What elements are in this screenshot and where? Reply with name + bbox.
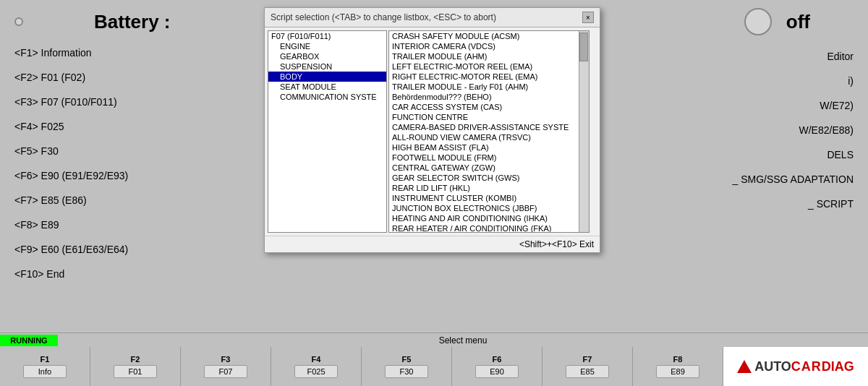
right-list-item[interactable]: TRAILER MODULE (AHM)	[389, 51, 579, 61]
fkey-button[interactable]: E90	[475, 365, 519, 378]
menu-item[interactable]: <F9> E60 (E61/E63/E64)	[14, 244, 246, 255]
right-list-item[interactable]: REAR HEATER / AIR CONDITIONING (FKA)	[389, 223, 579, 233]
right-list-item[interactable]: INSTRUMENT CLUSTER (KOMBI)	[389, 193, 579, 203]
fkey-label: F8	[673, 355, 683, 364]
fkey-bar: F1 Info F2 F01 F3 F07 F4 F025 F5 F30 F6 …	[0, 347, 723, 386]
off-label: off	[786, 11, 810, 33]
modal-titlebar: Script selection (<TAB> to change listbo…	[265, 8, 600, 27]
right-item: W/E72)	[637, 100, 854, 111]
right-item: W/E82/E88)	[637, 124, 854, 136]
left-list-item[interactable]: COMMUNICATION SYSTE	[268, 92, 386, 102]
logo-area: AUTO CAR DIAG	[723, 347, 868, 386]
fkey-group[interactable]: F3 F07	[181, 347, 271, 386]
right-list-item[interactable]: REAR LID LIFT (HKL)	[389, 183, 579, 193]
right-list-item[interactable]: HIGH BEAM ASSIST (FLA)	[389, 142, 579, 153]
right-list-item[interactable]: HEATING AND AIR CONDITIONING (IHKA)	[389, 213, 579, 223]
menu-item[interactable]: <F7> E85 (E86)	[14, 194, 246, 206]
right-list-item[interactable]: TRAILER MODULE - Early F01 (AHM)	[389, 82, 579, 92]
fkey-group[interactable]: F8 E89	[633, 347, 723, 386]
header-dot-left	[14, 17, 23, 26]
logo-auto: AUTO	[754, 359, 791, 374]
fkey-label: F5	[402, 355, 412, 364]
logo-diag: DIAG	[822, 359, 854, 374]
fkey-button[interactable]: Info	[23, 365, 67, 378]
menu-item[interactable]: <F2> F01 (F02)	[14, 72, 246, 83]
right-item: _ SCRIPT	[637, 198, 854, 210]
menu-item[interactable]: <F3> F07 (F010/F011)	[14, 96, 246, 108]
fkey-button[interactable]: E89	[656, 365, 699, 378]
right-list-item[interactable]: CAMERA-BASED DRIVER-ASSISTANCE SYSTE	[389, 122, 579, 132]
fkey-button[interactable]: E85	[566, 365, 609, 378]
right-list-item[interactable]: RIGHT ELECTRIC-MOTOR REEL (EMA)	[389, 72, 579, 82]
circle-right	[744, 8, 772, 35]
right-item: DELS	[637, 149, 854, 160]
left-list-item[interactable]: ENGINE	[268, 41, 386, 51]
right-list-item[interactable]: Behördenmodul??? (BEHO)	[389, 92, 579, 102]
right-item: _ SMG/SSG ADAPTATION	[637, 173, 854, 185]
footer-right: <Shift>+<F10> Exit	[519, 239, 594, 249]
left-list-item[interactable]: F07 (F010/F011)	[268, 31, 386, 41]
fkey-group[interactable]: F2 F01	[90, 347, 181, 386]
left-list-item[interactable]: GEARBOX	[268, 51, 386, 61]
menu-item[interactable]: <F4> F025	[14, 121, 246, 132]
fkey-label: F3	[221, 355, 231, 364]
fkey-button[interactable]: F025	[294, 365, 338, 378]
scrollbar-track[interactable]	[579, 31, 589, 232]
menu-item[interactable]: <F1> Information	[14, 47, 246, 59]
right-list-item[interactable]: FUNCTION CENTRE	[389, 112, 579, 122]
running-status: RUNNING	[0, 335, 58, 346]
fkey-group[interactable]: F1 Info	[0, 347, 90, 386]
battery-label: Battery :	[94, 11, 170, 33]
right-list-item[interactable]: LEFT ELECTRIC-MOTOR REEL (EMA)	[389, 61, 579, 72]
menu-item[interactable]: <F10> End	[14, 268, 246, 280]
status-center-label: Select menu	[58, 335, 868, 346]
right-items: Editori)W/E72)W/E82/E88)DELS_ SMG/SSG AD…	[637, 51, 854, 223]
fkey-label: F7	[583, 355, 592, 364]
fkey-button[interactable]: F01	[114, 365, 157, 378]
right-list-item[interactable]: GEAR SELECTOR SWITCH (GWS)	[389, 173, 579, 183]
script-selection-modal: Script selection (<TAB> to change listbo…	[264, 7, 600, 253]
menu-item[interactable]: <F5> F30	[14, 145, 246, 157]
fkey-group[interactable]: F5 F30	[362, 347, 452, 386]
fkey-group[interactable]: F6 E90	[452, 347, 542, 386]
menu-item[interactable]: <F8> E89	[14, 219, 246, 231]
right-list-item[interactable]: JUNCTION BOX ELECTRONICS (JBBF)	[389, 203, 579, 213]
modal-footer: <Shift>+<F10> Exit	[265, 236, 600, 252]
logo-triangle	[737, 360, 752, 373]
left-menu: <F1> Information<F2> F01 (F02)<F3> F07 (…	[0, 40, 260, 300]
right-item: Editor	[637, 51, 854, 62]
right-listbox[interactable]: CRASH SAFETY MODULE (ACSM)INTERIOR CAMER…	[388, 30, 590, 233]
right-list-item[interactable]: INTERIOR CAMERA (VDCS)	[389, 41, 579, 51]
status-bar: RUNNING Select menu	[0, 333, 868, 347]
left-list-item[interactable]: SEAT MODULE	[268, 82, 386, 92]
scrollbar-thumb[interactable]	[579, 33, 588, 61]
right-list-item[interactable]: FOOTWELL MODULE (FRM)	[389, 153, 579, 163]
fkey-button[interactable]: F30	[385, 365, 428, 378]
right-list-item[interactable]: CENTRAL GATEWAY (ZGW)	[389, 163, 579, 173]
logo-car: CAR	[791, 359, 822, 374]
main-area: Battery : off <F1> Information<F2> F01 (…	[0, 0, 868, 347]
fkey-label: F1	[41, 355, 50, 364]
right-list-item[interactable]: ALL-ROUND VIEW CAMERA (TRSVC)	[389, 132, 579, 142]
left-listbox[interactable]: F07 (F010/F011)ENGINEGEARBOXSUSPENSIONBO…	[268, 30, 387, 233]
modal-body: F07 (F010/F011)ENGINEGEARBOXSUSPENSIONBO…	[265, 27, 600, 236]
fkey-group[interactable]: F7 E85	[542, 347, 633, 386]
right-item: i)	[637, 75, 854, 87]
fkey-label: F6	[493, 355, 502, 364]
fkey-group[interactable]: F4 F025	[271, 347, 362, 386]
menu-item[interactable]: <F6> E90 (E91/E92/E93)	[14, 170, 246, 181]
right-list-item[interactable]: CAR ACCESS SYSTEM (CAS)	[389, 102, 579, 112]
fkey-label: F4	[312, 355, 321, 364]
fkey-label: F2	[131, 355, 140, 364]
modal-title: Script selection (<TAB> to change listbo…	[271, 12, 496, 22]
left-list-item[interactable]: BODY	[268, 72, 386, 82]
modal-close-button[interactable]: ×	[582, 12, 594, 23]
right-list-item[interactable]: CRASH SAFETY MODULE (ACSM)	[389, 31, 579, 41]
left-list-item[interactable]: SUSPENSION	[268, 61, 386, 72]
fkey-button[interactable]: F07	[204, 365, 247, 378]
